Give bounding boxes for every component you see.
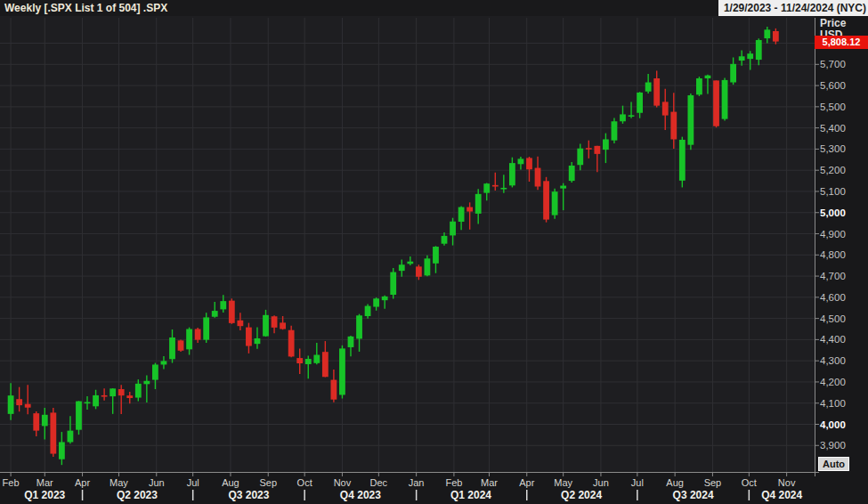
candle-body [773, 31, 779, 42]
month-label: Oct [297, 477, 312, 488]
candle-body [730, 64, 736, 83]
candle-body [143, 381, 150, 385]
candle-body [687, 95, 694, 145]
candle-body [433, 247, 439, 264]
candle-body [339, 348, 345, 394]
month-label: May [110, 477, 128, 488]
month-label: Jul [187, 477, 199, 488]
candlestick-chart[interactable]: 5,8005,7005,6005,5005,4005,3005,2005,100… [0, 0, 868, 504]
candle-body [272, 316, 278, 328]
candle-body [535, 168, 541, 187]
candle-body [747, 53, 753, 59]
candle-body [594, 146, 600, 154]
month-label: Mar [37, 477, 53, 488]
y-tick-label: 4,200 [820, 377, 846, 387]
candle-body [382, 297, 388, 300]
candle-body [552, 191, 558, 215]
candle-body [629, 115, 635, 117]
y-tick-label: 4,300 [820, 355, 846, 366]
candle-body [16, 399, 22, 405]
candle-body [756, 40, 762, 60]
y-tick-label: 4,400 [820, 334, 846, 345]
y-tick-label: 5,000 [820, 207, 846, 218]
month-label: May [554, 477, 572, 488]
candle-body [407, 262, 413, 264]
candle-body [135, 384, 142, 398]
candle-body [442, 236, 448, 244]
candle-body [620, 114, 626, 121]
candle-body [330, 380, 337, 400]
auto-scale-button[interactable]: Auto [818, 457, 849, 471]
candle-body [118, 389, 125, 395]
candle-body [288, 330, 295, 357]
candle-body [492, 185, 499, 187]
candle-body [713, 80, 719, 126]
month-label: Nov [334, 477, 352, 488]
month-label: Sep [259, 477, 277, 488]
y-tick-label: 4,000 [820, 419, 846, 430]
quarter-label: Q2 2024 [561, 489, 602, 501]
quarter-label: Q2 2023 [117, 489, 158, 501]
candle-body [85, 402, 91, 404]
candle-body [255, 338, 261, 344]
y-tick-label: 4,600 [820, 292, 846, 303]
candle-body [645, 83, 652, 92]
candle-body [203, 317, 209, 339]
date-range: 1/29/2023 - 11/24/2024 (NYC) [718, 0, 868, 16]
y-tick-label: 5,700 [820, 59, 846, 69]
candle-body [543, 181, 549, 219]
candle-body [373, 298, 379, 306]
candle-body [220, 301, 226, 309]
candle-body [483, 183, 490, 192]
month-label: Mar [481, 477, 498, 488]
month-label: Nov [778, 477, 796, 488]
candle-body [152, 364, 158, 379]
candle-body [577, 149, 583, 166]
quarter-label: Q4 2023 [340, 489, 381, 501]
month-label: Jan [409, 477, 425, 488]
candle-body [637, 93, 643, 113]
candle-body [296, 358, 303, 363]
candle-body [263, 315, 269, 337]
candle-body [178, 340, 184, 350]
candle-body [50, 412, 56, 453]
candle-body [739, 56, 745, 61]
candle-body [509, 163, 515, 185]
candle-body [93, 395, 99, 406]
candle-body [110, 388, 116, 396]
candle-body [68, 431, 74, 443]
candle-body [322, 352, 329, 377]
candle-body [348, 337, 354, 347]
candle-body [212, 311, 218, 317]
candle-body [696, 78, 702, 94]
candle-body [586, 148, 592, 150]
quarter-label: Q4 2024 [761, 489, 802, 501]
candle-body [280, 322, 286, 329]
charting-app-window: Weekly [.SPX List 1 of 504] .SPX 1/29/20… [0, 0, 868, 504]
y-tick-label: 4,700 [820, 271, 846, 281]
chart-title: Weekly [.SPX List 1 of 504] .SPX [0, 0, 718, 16]
month-label: Sep [704, 477, 722, 488]
last-price-badge: 5,808.12 [815, 36, 868, 49]
y-tick-label: 5,300 [820, 143, 846, 154]
candle-body [670, 112, 677, 140]
candle-body [8, 395, 14, 414]
y-tick-label: 5,500 [820, 102, 846, 112]
quarter-label: Q3 2023 [228, 489, 269, 501]
candle-body [466, 207, 473, 212]
candle-body [101, 395, 108, 397]
month-label: Aug [666, 477, 684, 488]
candle-body [612, 121, 618, 140]
candle-body [475, 194, 482, 214]
candle-body [653, 78, 660, 106]
candle-body [526, 158, 532, 169]
candle-body [450, 222, 456, 236]
candle-body [305, 359, 312, 364]
y-tick-label: 4,100 [820, 398, 846, 409]
candle-body [603, 139, 609, 150]
quarter-label: Q1 2024 [450, 489, 491, 501]
month-label: Jul [631, 477, 644, 488]
y-tick-label: 4,900 [820, 229, 846, 240]
month-label: Jun [593, 477, 609, 488]
quarter-label: Q3 2024 [673, 489, 714, 501]
